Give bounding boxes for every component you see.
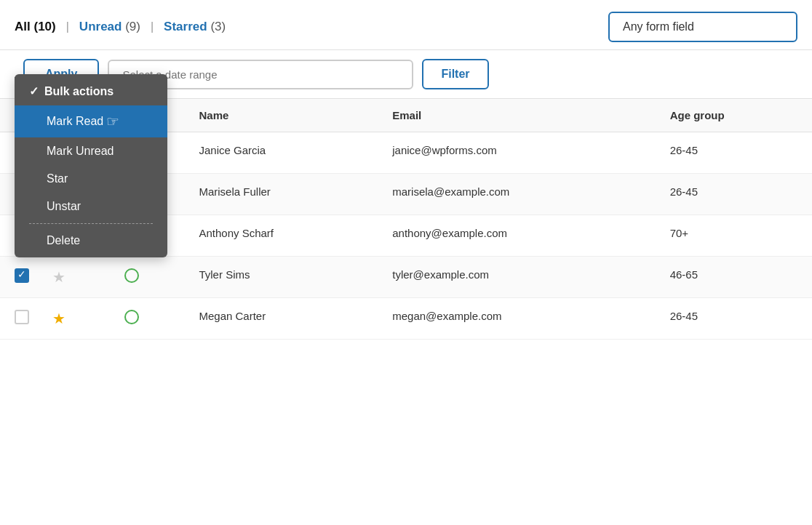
- row-age-cell: 70+: [658, 215, 812, 257]
- dropdown-divider: [29, 223, 153, 224]
- row-name-cell: Janice Garcia: [187, 132, 381, 174]
- row-age-cell: 26-45: [658, 132, 812, 174]
- row-name-cell: Anthony Scharf: [187, 215, 381, 257]
- check-mark-icon: ✓: [29, 84, 39, 98]
- dropdown-delete-label: Delete: [47, 234, 80, 247]
- no-check-spacer4: [29, 200, 41, 213]
- star-icon-empty[interactable]: ★: [52, 269, 65, 285]
- tab-all[interactable]: All (10): [15, 20, 56, 34]
- tab-starred-count: (3): [210, 20, 226, 33]
- tab-separator-1: |: [66, 20, 69, 33]
- row-age-cell: 26-45: [658, 174, 812, 215]
- dropdown-header-label: Bulk actions: [44, 85, 114, 98]
- row-checkbox-cell: [0, 298, 41, 340]
- dropdown-unstar-label: Unstar: [47, 200, 81, 213]
- dropdown-star-label: Star: [47, 172, 68, 185]
- tab-unread-link[interactable]: Unread: [79, 20, 125, 33]
- row-star-cell: ★: [41, 257, 113, 298]
- cursor-icon: ☞: [106, 113, 119, 130]
- dropdown-item-mark-unread[interactable]: Mark Unread: [15, 137, 167, 165]
- tab-separator-2: |: [151, 20, 154, 33]
- dropdown-mark-read-label: Mark Read: [47, 115, 103, 128]
- dropdown-item-unstar[interactable]: Unstar: [15, 193, 167, 220]
- dropdown-item-delete[interactable]: Delete: [15, 227, 167, 255]
- row-name-cell: Megan Carter: [187, 298, 381, 340]
- row-checkbox-unchecked[interactable]: [15, 310, 29, 324]
- tab-unread[interactable]: Unread (9): [79, 20, 140, 34]
- tab-starred[interactable]: Starred (3): [164, 20, 226, 34]
- no-check-spacer3: [29, 172, 41, 185]
- row-name-cell: Marisela Fuller: [187, 174, 381, 215]
- row-email-cell: janice@wpforms.com: [381, 132, 658, 174]
- tab-all-count: (10): [33, 20, 55, 33]
- dropdown-mark-unread-label: Mark Unread: [47, 145, 114, 158]
- tab-all-label: All: [15, 20, 31, 33]
- read-circle-icon[interactable]: [124, 268, 139, 283]
- no-check-spacer5: [29, 234, 41, 247]
- row-checkbox-checked[interactable]: [15, 268, 29, 283]
- row-email-cell: anthony@example.com: [381, 215, 658, 257]
- row-star-cell: ★: [41, 298, 113, 340]
- filter-button[interactable]: Filter: [422, 59, 488, 89]
- row-age-cell: 26-45: [658, 298, 812, 340]
- table-row: ★ Megan Carter megan@example.com 26-45: [0, 298, 812, 340]
- table-row: ★ Tyler Sims tyler@example.com 46-65: [0, 257, 812, 298]
- dropdown-item-mark-read[interactable]: Mark Read ☞: [15, 105, 167, 137]
- no-check-spacer: [29, 115, 41, 128]
- toolbar: ✓ Bulk actions Mark Read ☞ Mark Unread S…: [0, 50, 812, 99]
- any-form-field-box[interactable]: Any form field: [608, 12, 797, 42]
- any-form-field-label: Any form field: [623, 20, 694, 33]
- tab-starred-link[interactable]: Starred: [164, 20, 210, 33]
- tab-unread-label: Unread: [79, 20, 122, 33]
- tab-unread-count: (9): [125, 20, 140, 33]
- row-email-cell: marisela@example.com: [381, 174, 658, 215]
- row-read-cell: [113, 257, 188, 298]
- row-read-cell: [113, 298, 188, 340]
- header-tabs-bar: All (10) | Unread (9) | Starred (3) Any …: [0, 0, 812, 50]
- row-email-cell: tyler@example.com: [381, 257, 658, 298]
- row-age-cell: 46-65: [658, 257, 812, 298]
- col-header-email: Email: [381, 99, 658, 132]
- bulk-actions-dropdown: ✓ Bulk actions Mark Read ☞ Mark Unread S…: [15, 74, 167, 257]
- col-header-name: Name: [187, 99, 381, 132]
- star-icon-filled[interactable]: ★: [52, 310, 65, 326]
- dropdown-item-star[interactable]: Star: [15, 165, 167, 193]
- row-email-cell: megan@example.com: [381, 298, 658, 340]
- row-checkbox-cell: [0, 257, 41, 298]
- read-circle-icon[interactable]: [124, 310, 139, 324]
- dropdown-item-bulk-actions[interactable]: ✓ Bulk actions: [15, 77, 167, 105]
- col-header-age-group: Age group: [658, 99, 812, 132]
- tab-starred-label: Starred: [164, 20, 207, 33]
- row-name-cell: Tyler Sims: [187, 257, 381, 298]
- form-field-search-container: Any form field: [608, 12, 797, 42]
- no-check-spacer2: [29, 145, 41, 158]
